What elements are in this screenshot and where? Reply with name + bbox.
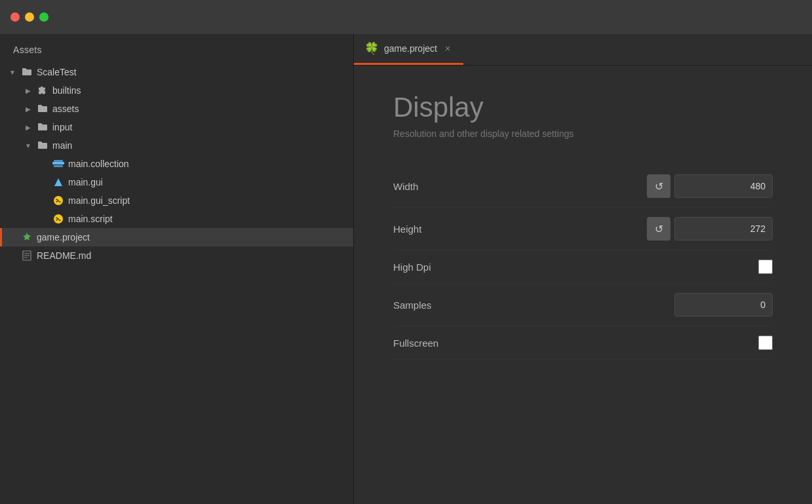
titlebar (0, 0, 812, 34)
setting-row-height: Height↺ (393, 208, 773, 250)
svg-rect-0 (52, 162, 64, 165)
tree-label-assets: assets (52, 104, 79, 114)
folder-icon (37, 140, 48, 151)
setting-controls-high-dpi (758, 260, 773, 274)
tree-label-builtins: builtins (52, 85, 81, 96)
tree-label-scaletest: ScaleTest (37, 67, 77, 77)
content-area: 🍀 game.project × Display Resolution and … (354, 34, 812, 504)
svg-marker-3 (54, 178, 62, 186)
gui-icon (52, 176, 64, 188)
tree-arrow-scaletest[interactable] (8, 68, 17, 77)
sidebar-tree: ScaleTestbuiltinsassetsinputmainmain.col… (0, 60, 353, 504)
sidebar-item-main[interactable]: main (0, 136, 353, 155)
folder-icon (37, 121, 48, 133)
tree-label-main-script: main.script (68, 214, 113, 224)
tree-arrow-main[interactable] (24, 141, 33, 150)
width-input[interactable] (674, 174, 773, 198)
tree-label-input: input (52, 122, 72, 132)
sidebar-item-main-gui[interactable]: main.gui (0, 173, 353, 191)
script-yellow-icon (52, 195, 64, 206)
setting-label-high-dpi: High Dpi (393, 262, 758, 273)
setting-controls-width: ↺ (647, 174, 773, 198)
setting-label-width: Width (393, 181, 647, 192)
tree-label-main-gui-script: main.gui_script (68, 195, 130, 206)
tree-arrow-assets[interactable] (24, 104, 33, 113)
section-subtitle: Resolution and other display related set… (393, 128, 773, 139)
fullscreen-checkbox[interactable] (758, 336, 773, 350)
setting-row-fullscreen: Fullscreen (393, 326, 773, 360)
sidebar-item-game-project[interactable]: game.project (0, 228, 353, 246)
samples-input[interactable] (674, 293, 773, 317)
section-title: Display (393, 92, 773, 123)
close-button[interactable] (10, 12, 20, 22)
svg-rect-1 (54, 160, 63, 162)
puzzle-icon (37, 85, 48, 96)
tree-arrow-builtins[interactable] (24, 86, 33, 95)
settings-table: Width↺Height↺High DpiSamplesFullscreen (393, 165, 773, 360)
sidebar-item-assets[interactable]: assets (0, 100, 353, 118)
tree-arrow-input[interactable] (24, 123, 33, 132)
sidebar-item-builtins[interactable]: builtins (0, 81, 353, 100)
sidebar-item-main-script[interactable]: main.script (0, 210, 353, 228)
sidebar-item-main-gui-script[interactable]: main.gui_script (0, 191, 353, 210)
sidebar-item-readme[interactable]: README.md (0, 246, 353, 265)
project-icon (21, 231, 33, 243)
reset-button-height[interactable]: ↺ (647, 217, 670, 241)
maximize-button[interactable] (39, 12, 48, 22)
setting-controls-height: ↺ (647, 217, 773, 241)
setting-row-width: Width↺ (393, 165, 773, 208)
main-layout: Assets ScaleTestbuiltinsassetsinputmainm… (0, 34, 812, 504)
sidebar-item-scaletest[interactable]: ScaleTest (0, 63, 353, 81)
tab-icon: 🍀 (364, 41, 379, 56)
tab-label: game.project (384, 43, 437, 54)
script-yellow-icon (52, 213, 64, 225)
svg-rect-2 (54, 165, 63, 167)
tab-bar: 🍀 game.project × (354, 34, 812, 66)
height-input[interactable] (674, 217, 773, 241)
tree-label-main: main (52, 140, 72, 151)
setting-controls-samples (674, 293, 773, 317)
setting-controls-fullscreen (758, 336, 773, 350)
tree-label-main-gui: main.gui (68, 177, 103, 187)
sidebar-item-main-collection[interactable]: main.collection (0, 155, 353, 173)
readme-icon (21, 250, 33, 262)
setting-label-fullscreen: Fullscreen (393, 338, 758, 349)
folder-icon (21, 66, 33, 78)
collection-icon (52, 158, 64, 170)
reset-button-width[interactable]: ↺ (647, 174, 670, 198)
tree-label-readme: README.md (37, 250, 91, 261)
tab-game-project[interactable]: 🍀 game.project × (354, 34, 463, 65)
tab-close-button[interactable]: × (442, 42, 453, 55)
setting-row-high-dpi: High Dpi (393, 250, 773, 284)
sidebar-item-input[interactable]: input (0, 118, 353, 136)
setting-label-samples: Samples (393, 300, 674, 311)
setting-label-height: Height (393, 223, 647, 235)
tree-label-game-project: game.project (37, 232, 90, 242)
folder-icon (37, 103, 48, 115)
content-panel: Display Resolution and other display rel… (354, 66, 812, 504)
tree-label-main-collection: main.collection (68, 159, 129, 169)
sidebar: Assets ScaleTestbuiltinsassetsinputmainm… (0, 34, 354, 504)
setting-row-samples: Samples (393, 284, 773, 326)
sidebar-header: Assets (0, 34, 353, 60)
minimize-button[interactable] (25, 12, 34, 22)
high-dpi-checkbox[interactable] (758, 260, 773, 274)
